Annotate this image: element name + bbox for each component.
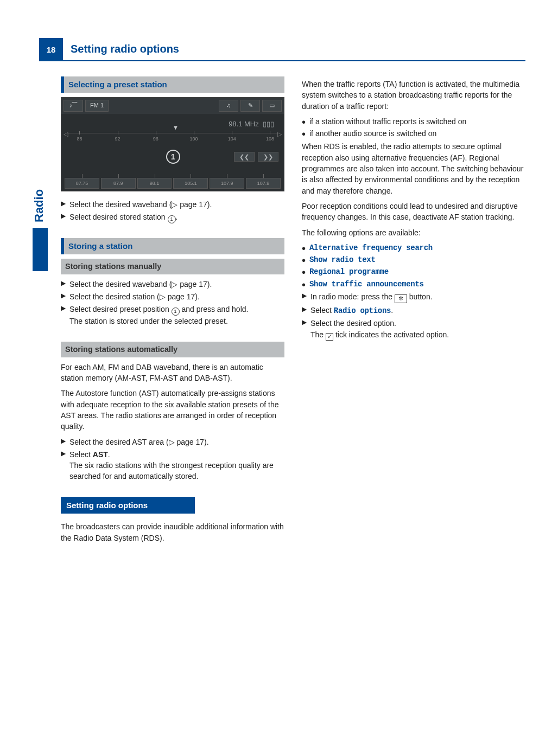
side-tab-bg [33, 228, 48, 271]
list-item: • if a station without traffic reports i… [302, 116, 525, 127]
step-marker-icon: ▶ [302, 291, 310, 303]
step-marker-icon: ▶ [61, 199, 69, 210]
paragraph: The following options are available: [302, 227, 525, 238]
frequency-scale: ◁ 88 92 96 100 104 108 ▷ ▼ [67, 133, 278, 148]
checkbox-icon: ✓ [326, 333, 333, 341]
step: ▶ Select the desired option. The ✓ tick … [302, 318, 525, 340]
list-item: • Show traffic announcements [302, 279, 525, 290]
heading-storing-auto: Storing stations automatically [61, 342, 284, 357]
step: ▶ In radio mode: press the ✲ button. [302, 291, 525, 303]
list-item: • Alternative frequency search [302, 242, 525, 253]
preset-5: 107.9 [210, 178, 244, 189]
step-marker-icon: ▶ [61, 291, 69, 302]
callout-1-ref: 1 [168, 215, 176, 223]
band-label: FM 1 [85, 100, 109, 112]
heading-storing-station: Storing a station [61, 238, 284, 254]
paragraph: Poor reception conditions could lead to … [302, 201, 525, 223]
right-column: When the traffic reports (TA) function i… [302, 76, 525, 548]
preset-4: 105.1 [173, 178, 208, 189]
step-marker-icon: ▶ [302, 318, 310, 340]
step-marker-icon: ▶ [302, 305, 310, 316]
preset-2: 87.9 [101, 178, 136, 189]
radio-screenshot: ♪⁀ FM 1 ♫ ✎ ▭ 98.1 MHz ▯▯▯ ◁ 88 92 96 10… [61, 97, 284, 191]
paragraph: When the traffic reports (TA) function i… [302, 79, 525, 112]
heading-setting-radio-options: Setting radio options [61, 497, 195, 514]
prev-button: ❮❮ [234, 152, 255, 162]
heading-storing-manually: Storing stations manually [61, 259, 284, 274]
step-marker-icon: ▶ [61, 304, 69, 326]
step: ▶ Select the desired waveband (▷ page 17… [61, 199, 284, 210]
back-icon: ▭ [262, 100, 282, 112]
page-header: 18 Setting radio options [39, 38, 525, 61]
preset-row: 87.75 87.9 98.1 105.1 107.9 107.9 [65, 178, 281, 189]
step-marker-icon: ▶ [61, 212, 69, 223]
list-item: • if another audio source is switched on [302, 128, 525, 139]
gear-icon: ✲ [395, 294, 407, 303]
heading-selecting-preset: Selecting a preset station [61, 76, 284, 93]
side-tab-label: Radio [30, 189, 48, 222]
signal-icon: ▯▯▯ [263, 120, 274, 128]
page-number: 18 [39, 38, 63, 61]
step: ▶ Select the desired station (▷ page 17)… [61, 291, 284, 302]
preset-3: 98.1 [137, 178, 172, 189]
callout-1: 1 [166, 150, 180, 164]
next-button: ❯❯ [258, 152, 278, 162]
paragraph: For each AM, FM and DAB waveband, there … [61, 362, 284, 384]
step: ▶ Select the desired waveband (▷ page 17… [61, 279, 284, 290]
step-marker-icon: ▶ [61, 279, 69, 290]
step-marker-icon: ▶ [61, 437, 69, 447]
step: ▶ Select Radio options. [302, 305, 525, 316]
page-title: Setting radio options [63, 38, 187, 61]
callout-1-ref: 1 [172, 307, 180, 316]
step: ▶ Select AST. The six radio stations wit… [61, 449, 284, 482]
preset-6: 107.9 [246, 178, 281, 189]
radio-mode-icon: ♪⁀ [64, 100, 83, 112]
step: ▶ Select desired stored station 1. [61, 212, 284, 223]
bullet-icon: • [302, 116, 309, 127]
paragraph: The Autostore function (AST) automatical… [61, 388, 284, 432]
left-column: Selecting a preset station ♪⁀ FM 1 ♫ ✎ ▭… [61, 76, 284, 548]
step: ▶ Select the desired AST area (▷ page 17… [61, 437, 284, 447]
preset-1: 87.75 [65, 178, 99, 189]
tool-icon: ✎ [240, 100, 260, 112]
step-marker-icon: ▶ [61, 449, 69, 482]
bullet-icon: • [302, 254, 309, 265]
paragraph: When RDS is enabled, the radio attempts … [302, 141, 525, 196]
music-note-icon: ♫ [219, 100, 238, 112]
bullet-icon: • [302, 128, 309, 139]
bullet-icon: • [302, 242, 309, 253]
bullet-icon: • [302, 279, 309, 290]
paragraph: The broadcasters can provide inaudible a… [61, 521, 284, 543]
list-item: • Show radio text [302, 254, 525, 265]
step: ▶ Select desired preset position 1 and p… [61, 304, 284, 326]
list-item: • Regional programme [302, 266, 525, 277]
bullet-icon: • [302, 266, 309, 277]
